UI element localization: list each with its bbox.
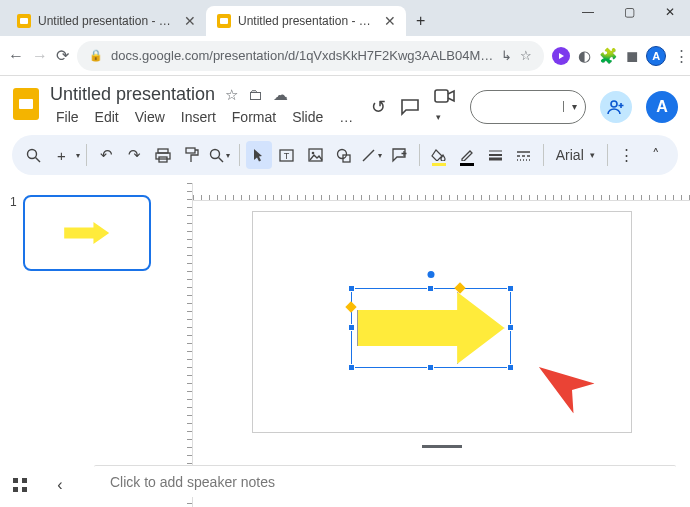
resize-handle-n[interactable] [427,285,434,292]
adjust-handle-left[interactable] [345,301,356,312]
history-icon[interactable]: ↺ [371,96,386,118]
border-dash-button[interactable] [511,141,537,169]
url-text: docs.google.com/presentation/d/1qVxdsKkH… [111,48,493,63]
bookmark-star-icon[interactable]: ☆ [520,48,532,63]
filmstrip[interactable]: 1 [0,183,175,507]
menu-view[interactable]: View [129,107,171,127]
slideshow-button[interactable]: Slideshow ▾ [470,90,586,124]
comment-icon[interactable] [400,98,420,116]
resize-handle-sw[interactable] [348,364,355,371]
slide-thumbnail[interactable] [23,195,151,271]
slideshow-caret[interactable]: ▾ [563,101,585,112]
page-indicator [422,445,462,448]
star-icon[interactable]: ☆ [225,86,238,104]
font-selector[interactable]: Arial ▾ [550,147,601,163]
svg-line-3 [35,157,40,162]
fill-color-button[interactable] [426,141,452,169]
shape-tool[interactable] [330,141,356,169]
svg-rect-23 [13,478,18,483]
menu-more[interactable]: … [333,107,359,127]
search-button[interactable] [20,141,46,169]
menu-edit[interactable]: Edit [89,107,125,127]
profile-avatar[interactable]: A [646,44,666,68]
horizontal-ruler [193,183,690,200]
new-tab-button[interactable]: + [406,6,435,36]
tab-title: Untitled presentation - Google S [238,14,372,28]
extension-play-icon[interactable] [552,44,570,68]
select-tool[interactable] [246,141,272,169]
redo-button[interactable]: ↷ [122,141,148,169]
toolbar: + ▾ ↶ ↷ ▾ T ▾ Arial ▾ ⋮ ˄ [12,135,678,175]
font-name: Arial [556,147,584,163]
meet-icon[interactable]: ▾ [434,88,456,125]
extension-shield-icon[interactable]: ◐ [578,44,591,68]
chevron-down-icon: ▾ [590,150,595,160]
browser-menu-icon[interactable]: ⋮ [674,44,689,68]
line-tool[interactable]: ▾ [358,141,384,169]
new-slide-caret[interactable]: ▾ [76,151,80,160]
menu-bar: File Edit View Insert Format Slide … [50,107,361,127]
minimize-button[interactable]: — [582,5,594,15]
vertical-ruler [175,183,193,507]
document-title[interactable]: Untitled presentation [50,84,215,105]
resize-handle-e[interactable] [507,324,514,331]
resize-handle-se[interactable] [507,364,514,371]
lock-icon: 🔒 [89,49,103,62]
extension-square-icon[interactable]: ◼ [626,44,638,68]
more-tools-button[interactable]: ⋮ [614,141,640,169]
svg-point-14 [337,149,346,158]
close-icon[interactable]: ✕ [384,13,396,29]
resize-handle-s[interactable] [427,364,434,371]
new-slide-button[interactable]: + [48,141,74,169]
canvas-area[interactable] [193,201,690,507]
collapse-toolbar-button[interactable]: ˄ [642,141,670,169]
collapse-filmstrip-button[interactable]: ‹ [40,476,80,494]
image-tool[interactable] [302,141,328,169]
slides-logo-icon[interactable] [12,86,40,122]
svg-point-13 [311,152,314,155]
browser-tab-active[interactable]: Untitled presentation - Google S ✕ [206,6,406,36]
share-button[interactable] [600,91,632,123]
resize-handle-nw[interactable] [348,285,355,292]
close-icon[interactable]: ✕ [184,13,196,29]
undo-button[interactable]: ↶ [93,141,119,169]
send-tab-icon[interactable]: ↳ [501,48,512,63]
slides-favicon [216,13,232,29]
svg-rect-25 [13,487,18,492]
address-bar[interactable]: 🔒 docs.google.com/presentation/d/1qVxdsK… [77,41,544,71]
svg-line-9 [218,157,223,162]
cloud-status-icon[interactable]: ☁ [273,86,288,104]
paint-format-button[interactable] [178,141,204,169]
menu-slide[interactable]: Slide [286,107,329,127]
add-comment-button[interactable] [387,141,413,169]
svg-rect-0 [435,90,448,102]
menu-file[interactable]: File [50,107,85,127]
move-icon[interactable]: 🗀 [248,86,263,103]
reload-button[interactable]: ⟳ [56,43,69,69]
border-color-button[interactable] [454,141,480,169]
svg-point-1 [611,101,617,107]
menu-insert[interactable]: Insert [175,107,222,127]
rotate-handle[interactable] [427,271,434,278]
slide-canvas[interactable] [252,211,632,433]
maximize-button[interactable]: ▢ [624,5,635,15]
resize-handle-w[interactable] [348,324,355,331]
svg-text:T: T [284,151,290,161]
resize-handle-ne[interactable] [507,285,514,292]
svg-rect-5 [156,153,170,159]
account-avatar[interactable]: A [646,91,678,123]
forward-button[interactable]: → [32,43,48,69]
menu-format[interactable]: Format [226,107,282,127]
print-button[interactable] [150,141,176,169]
browser-tab-inactive[interactable]: Untitled presentation - Google S ✕ [6,6,206,36]
zoom-button[interactable]: ▾ [206,141,232,169]
adjust-handle-top[interactable] [454,282,465,293]
extensions-puzzle-icon[interactable]: 🧩 [599,44,618,68]
speaker-notes[interactable]: Click to add speaker notes [94,465,676,497]
grid-view-button[interactable] [0,477,40,493]
window-close-button[interactable]: ✕ [665,5,675,15]
border-weight-button[interactable] [482,141,508,169]
back-button[interactable]: ← [8,43,24,69]
svg-rect-7 [186,148,195,153]
textbox-tool[interactable]: T [274,141,300,169]
